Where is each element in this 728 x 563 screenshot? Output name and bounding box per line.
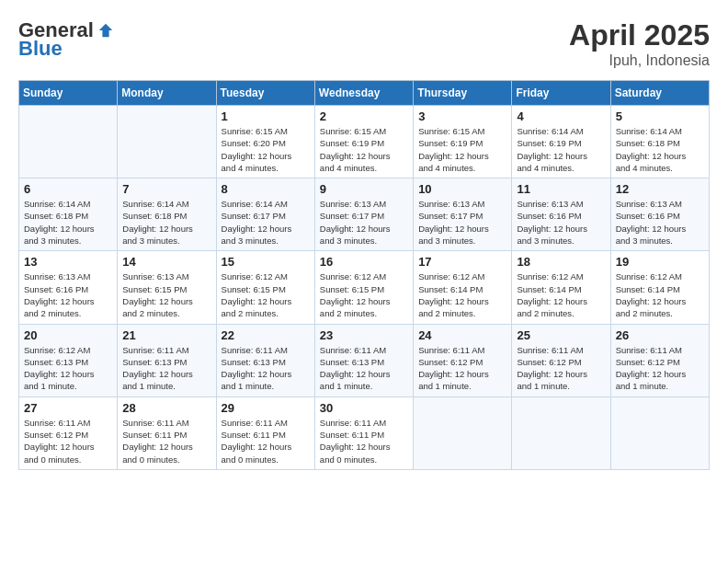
calendar-cell: 5Sunrise: 6:14 AM Sunset: 6:18 PM Daylig…	[610, 106, 709, 178]
day-info: Sunrise: 6:13 AM Sunset: 6:17 PM Dayligh…	[320, 198, 408, 247]
day-number: 21	[122, 328, 210, 342]
day-number: 20	[24, 328, 112, 342]
day-info: Sunrise: 6:15 AM Sunset: 6:20 PM Dayligh…	[222, 125, 310, 174]
day-info: Sunrise: 6:14 AM Sunset: 6:18 PM Dayligh…	[616, 125, 704, 174]
title-block: April 2025 Ipuh, Indonesia	[569, 18, 710, 69]
day-info: Sunrise: 6:11 AM Sunset: 6:13 PM Dayligh…	[320, 344, 408, 393]
day-number: 8	[222, 182, 310, 196]
calendar-cell: 18Sunrise: 6:12 AM Sunset: 6:14 PM Dayli…	[512, 251, 610, 324]
day-info: Sunrise: 6:12 AM Sunset: 6:14 PM Dayligh…	[517, 270, 605, 319]
week-row-3: 13Sunrise: 6:13 AM Sunset: 6:16 PM Dayli…	[19, 251, 710, 324]
day-info: Sunrise: 6:12 AM Sunset: 6:15 PM Dayligh…	[222, 270, 310, 319]
day-info: Sunrise: 6:11 AM Sunset: 6:13 PM Dayligh…	[122, 344, 210, 393]
month-title: April 2025	[569, 18, 710, 52]
col-header-thursday: Thursday	[414, 81, 512, 106]
week-row-1: 1Sunrise: 6:15 AM Sunset: 6:20 PM Daylig…	[19, 106, 710, 178]
calendar-cell: 12Sunrise: 6:13 AM Sunset: 6:16 PM Dayli…	[610, 178, 709, 251]
calendar-cell: 11Sunrise: 6:13 AM Sunset: 6:16 PM Dayli…	[512, 178, 610, 251]
day-info: Sunrise: 6:12 AM Sunset: 6:13 PM Dayligh…	[24, 344, 112, 393]
day-number: 11	[517, 182, 605, 196]
day-info: Sunrise: 6:15 AM Sunset: 6:19 PM Dayligh…	[418, 125, 506, 174]
day-number: 6	[24, 182, 112, 196]
day-info: Sunrise: 6:13 AM Sunset: 6:16 PM Dayligh…	[24, 270, 112, 319]
col-header-monday: Monday	[118, 81, 216, 106]
day-number: 1	[222, 109, 310, 123]
day-info: Sunrise: 6:11 AM Sunset: 6:11 PM Dayligh…	[122, 417, 210, 465]
day-info: Sunrise: 6:11 AM Sunset: 6:12 PM Dayligh…	[418, 344, 506, 393]
logo-blue: Blue	[18, 37, 63, 61]
calendar-cell: 4Sunrise: 6:14 AM Sunset: 6:19 PM Daylig…	[512, 106, 610, 178]
day-info: Sunrise: 6:14 AM Sunset: 6:17 PM Dayligh…	[222, 198, 310, 247]
calendar-cell: 2Sunrise: 6:15 AM Sunset: 6:19 PM Daylig…	[314, 106, 413, 178]
day-number: 15	[222, 255, 310, 269]
calendar-cell: 22Sunrise: 6:11 AM Sunset: 6:13 PM Dayli…	[216, 324, 314, 396]
calendar-cell: 17Sunrise: 6:12 AM Sunset: 6:14 PM Dayli…	[414, 251, 512, 324]
logo: General Blue	[18, 18, 114, 61]
day-info: Sunrise: 6:15 AM Sunset: 6:19 PM Dayligh…	[320, 125, 408, 174]
day-info: Sunrise: 6:13 AM Sunset: 6:16 PM Dayligh…	[517, 198, 605, 247]
day-info: Sunrise: 6:13 AM Sunset: 6:16 PM Dayligh…	[616, 198, 704, 247]
day-number: 9	[320, 182, 408, 196]
day-info: Sunrise: 6:13 AM Sunset: 6:15 PM Dayligh…	[122, 270, 210, 319]
day-info: Sunrise: 6:11 AM Sunset: 6:13 PM Dayligh…	[222, 344, 310, 393]
calendar-cell	[610, 396, 709, 469]
day-info: Sunrise: 6:11 AM Sunset: 6:12 PM Dayligh…	[517, 344, 605, 393]
calendar-cell: 19Sunrise: 6:12 AM Sunset: 6:14 PM Dayli…	[610, 251, 709, 324]
col-header-friday: Friday	[512, 81, 610, 106]
calendar-cell: 7Sunrise: 6:14 AM Sunset: 6:18 PM Daylig…	[118, 178, 216, 251]
day-number: 3	[418, 109, 506, 123]
calendar-cell: 24Sunrise: 6:11 AM Sunset: 6:12 PM Dayli…	[414, 324, 512, 396]
calendar-cell	[414, 396, 512, 469]
day-number: 18	[517, 255, 605, 269]
calendar-cell: 6Sunrise: 6:14 AM Sunset: 6:18 PM Daylig…	[19, 178, 118, 251]
logo-icon	[97, 22, 114, 39]
calendar-cell	[19, 106, 118, 178]
day-info: Sunrise: 6:11 AM Sunset: 6:11 PM Dayligh…	[320, 417, 408, 465]
day-number: 4	[517, 109, 605, 123]
calendar-cell: 14Sunrise: 6:13 AM Sunset: 6:15 PM Dayli…	[118, 251, 216, 324]
day-info: Sunrise: 6:13 AM Sunset: 6:17 PM Dayligh…	[418, 198, 506, 247]
day-info: Sunrise: 6:14 AM Sunset: 6:19 PM Dayligh…	[517, 125, 605, 174]
day-number: 25	[517, 328, 605, 342]
day-number: 26	[616, 328, 704, 342]
calendar-cell: 23Sunrise: 6:11 AM Sunset: 6:13 PM Dayli…	[314, 324, 413, 396]
calendar-cell: 15Sunrise: 6:12 AM Sunset: 6:15 PM Dayli…	[216, 251, 314, 324]
day-number: 14	[122, 255, 210, 269]
day-number: 7	[122, 182, 210, 196]
day-info: Sunrise: 6:14 AM Sunset: 6:18 PM Dayligh…	[24, 198, 112, 247]
week-row-5: 27Sunrise: 6:11 AM Sunset: 6:12 PM Dayli…	[19, 396, 710, 469]
day-info: Sunrise: 6:11 AM Sunset: 6:11 PM Dayligh…	[222, 417, 310, 465]
location-subtitle: Ipuh, Indonesia	[569, 52, 710, 69]
calendar-cell: 26Sunrise: 6:11 AM Sunset: 6:12 PM Dayli…	[610, 324, 709, 396]
calendar-cell: 27Sunrise: 6:11 AM Sunset: 6:12 PM Dayli…	[19, 396, 118, 469]
calendar-cell	[118, 106, 216, 178]
calendar-cell: 13Sunrise: 6:13 AM Sunset: 6:16 PM Dayli…	[19, 251, 118, 324]
week-row-4: 20Sunrise: 6:12 AM Sunset: 6:13 PM Dayli…	[19, 324, 710, 396]
page-header: General Blue April 2025 Ipuh, Indonesia	[18, 18, 710, 69]
calendar-cell: 21Sunrise: 6:11 AM Sunset: 6:13 PM Dayli…	[118, 324, 216, 396]
calendar-cell: 1Sunrise: 6:15 AM Sunset: 6:20 PM Daylig…	[216, 106, 314, 178]
day-number: 19	[616, 255, 704, 269]
day-info: Sunrise: 6:12 AM Sunset: 6:15 PM Dayligh…	[320, 270, 408, 319]
day-number: 10	[418, 182, 506, 196]
day-number: 22	[222, 328, 310, 342]
day-number: 24	[418, 328, 506, 342]
col-header-saturday: Saturday	[610, 81, 709, 106]
day-number: 23	[320, 328, 408, 342]
calendar-cell: 16Sunrise: 6:12 AM Sunset: 6:15 PM Dayli…	[314, 251, 413, 324]
day-number: 12	[616, 182, 704, 196]
day-number: 27	[24, 401, 112, 415]
header-row: SundayMondayTuesdayWednesdayThursdayFrid…	[19, 81, 710, 106]
day-number: 5	[616, 109, 704, 123]
day-number: 28	[122, 401, 210, 415]
calendar-cell: 29Sunrise: 6:11 AM Sunset: 6:11 PM Dayli…	[216, 396, 314, 469]
calendar-cell: 8Sunrise: 6:14 AM Sunset: 6:17 PM Daylig…	[216, 178, 314, 251]
day-number: 29	[222, 401, 310, 415]
day-number: 16	[320, 255, 408, 269]
col-header-sunday: Sunday	[19, 81, 118, 106]
day-number: 13	[24, 255, 112, 269]
calendar-cell: 28Sunrise: 6:11 AM Sunset: 6:11 PM Dayli…	[118, 396, 216, 469]
day-number: 30	[320, 401, 408, 415]
col-header-wednesday: Wednesday	[314, 81, 413, 106]
day-info: Sunrise: 6:11 AM Sunset: 6:12 PM Dayligh…	[616, 344, 704, 393]
